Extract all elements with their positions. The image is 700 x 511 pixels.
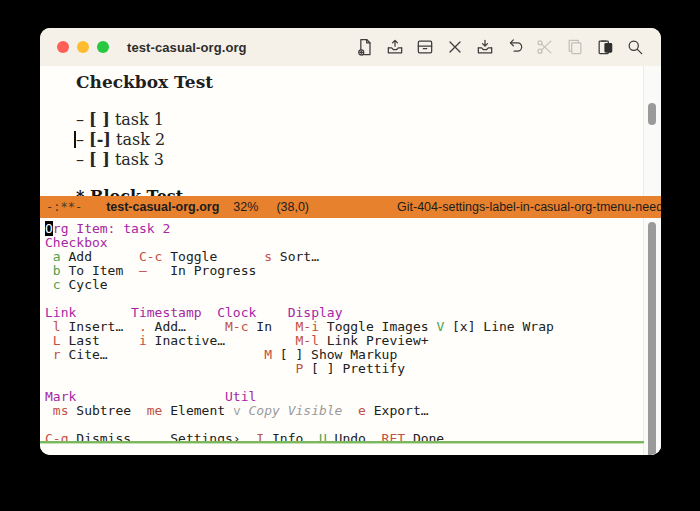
- menu-line: Org Item: task 2: [45, 222, 644, 236]
- menu-key[interactable]: me: [147, 403, 163, 418]
- scrollbar-thumb-menu[interactable]: [648, 222, 656, 455]
- minimize-window-button[interactable]: [77, 41, 89, 53]
- modeline-scroll-percent: 32%: [233, 200, 258, 214]
- clipped-org-heading: * Block Test: [76, 187, 661, 196]
- task-row: – [ ] task 3: [76, 150, 661, 170]
- window-separator: [40, 441, 644, 444]
- menu-text: [202, 305, 218, 320]
- new-file-icon[interactable]: [354, 37, 375, 58]
- transient-menu: Org Item: task 2Checkbox a Add C-c Toggl…: [40, 218, 644, 443]
- menu-line: b To Item – In Progress: [45, 264, 644, 278]
- list-bullet: –: [76, 110, 89, 130]
- modeline-buffer-name[interactable]: test-casual-org.org: [106, 200, 219, 214]
- menu-text: [76, 305, 131, 320]
- org-heading: Checkbox Test: [76, 72, 661, 92]
- paste-icon[interactable]: [594, 37, 615, 58]
- task-row: – [-] task 2: [76, 130, 661, 150]
- modeline: -:**- test-casual-org.org 32% (38,0) Git…: [40, 196, 661, 218]
- zoom-window-button[interactable]: [97, 41, 109, 53]
- menu-text: [256, 305, 287, 320]
- menu-section-header: Util: [225, 389, 256, 404]
- list-bullet: –: [76, 150, 89, 170]
- task-list: – [ ] task 1– [-] task 2– [ ] task 3: [76, 110, 661, 170]
- menu-text: [x] Line Wrap: [444, 319, 554, 334]
- search-icon[interactable]: [624, 37, 645, 58]
- dired-icon[interactable]: [414, 37, 435, 58]
- task-label: task 1: [110, 110, 164, 129]
- toolbar: [354, 37, 645, 58]
- text-cursor: [74, 131, 76, 148]
- menu-key[interactable]: .: [139, 319, 147, 334]
- menu-text: Cite…: [61, 347, 265, 362]
- menu-key[interactable]: e: [358, 403, 366, 418]
- cursor-block: O: [45, 221, 53, 236]
- menu-key[interactable]: –: [139, 263, 147, 278]
- menu-key[interactable]: l: [53, 319, 61, 334]
- menu-line: Link Timestamp Clock Display: [45, 306, 644, 320]
- undo-icon[interactable]: [504, 37, 525, 58]
- menu-text: [45, 319, 53, 334]
- menu-text: In: [249, 319, 296, 334]
- menu-text: [45, 263, 53, 278]
- menu-text: Inactive…: [147, 333, 296, 348]
- menu-text: [45, 347, 53, 362]
- menu-text: [45, 403, 53, 418]
- close-buffer-icon[interactable]: [444, 37, 465, 58]
- menu-key[interactable]: ms: [53, 403, 69, 418]
- menu-text: Subtree: [68, 403, 146, 418]
- modeline-cursor-position: (38,0): [276, 200, 309, 214]
- menu-line: Mark Util: [45, 390, 644, 404]
- menu-key[interactable]: c: [53, 277, 61, 292]
- menu-key[interactable]: M-c: [225, 319, 248, 334]
- menu-line: Checkbox: [45, 236, 644, 250]
- menu-text: Toggle: [162, 249, 264, 264]
- menu-text: To Item: [61, 263, 139, 278]
- menu-key[interactable]: s: [264, 249, 272, 264]
- menu-item-label-disabled: Copy Visible: [241, 403, 343, 418]
- menu-key[interactable]: C-c: [139, 249, 162, 264]
- menu-line: r Cite… M [ ] Show Markup: [45, 348, 644, 362]
- menu-line: ms Subtree me Element v Copy Visible e E…: [45, 404, 644, 418]
- menu-section-header: Link: [45, 305, 76, 320]
- modeline-flags: -:**-: [46, 200, 82, 214]
- checkbox[interactable]: [-]: [89, 130, 111, 149]
- scrollbar-thumb-buffer[interactable]: [648, 103, 656, 125]
- scrollbar-track[interactable]: [643, 66, 661, 455]
- save-buffer-icon[interactable]: [474, 37, 495, 58]
- menu-key[interactable]: M: [264, 347, 272, 362]
- menu-section-header: Timestamp: [131, 305, 201, 320]
- menu-line: a Add C-c Toggle s Sort…: [45, 250, 644, 264]
- menu-text: [76, 389, 225, 404]
- task-row: – [ ] task 1: [76, 110, 661, 130]
- menu-key[interactable]: L: [53, 333, 61, 348]
- menu-section-header: Checkbox: [45, 235, 108, 250]
- checkbox[interactable]: [ ]: [89, 110, 110, 129]
- menu-text: Last: [61, 333, 139, 348]
- menu-key[interactable]: M-i: [296, 319, 319, 334]
- menu-text: [45, 277, 53, 292]
- menu-key[interactable]: a: [53, 249, 61, 264]
- menu-key[interactable]: M-l: [295, 333, 318, 348]
- close-window-button[interactable]: [57, 41, 69, 53]
- menu-text: Sort…: [272, 249, 319, 264]
- cut-icon[interactable]: [534, 37, 555, 58]
- open-file-icon[interactable]: [384, 37, 405, 58]
- traffic-lights: [57, 41, 109, 53]
- checkbox[interactable]: [ ]: [89, 150, 110, 169]
- menu-line: c Cycle: [45, 278, 644, 292]
- task-label: task 2: [111, 130, 165, 149]
- menu-text: Toggle Images: [319, 319, 436, 334]
- menu-section-header: Clock: [217, 305, 256, 320]
- menu-key[interactable]: r: [53, 347, 61, 362]
- copy-icon[interactable]: [564, 37, 585, 58]
- menu-key[interactable]: i: [139, 333, 147, 348]
- menu-key[interactable]: b: [53, 263, 61, 278]
- list-bullet: –: [76, 130, 89, 150]
- menu-text: [45, 333, 53, 348]
- menu-text: [ ] Show Markup: [272, 347, 397, 362]
- menu-key: v: [233, 403, 241, 418]
- org-buffer[interactable]: Checkbox Test – [ ] task 1– [-] task 2– …: [40, 66, 661, 196]
- menu-text: Add…: [147, 319, 225, 334]
- menu-line: [45, 418, 644, 432]
- menu-text: [45, 249, 53, 264]
